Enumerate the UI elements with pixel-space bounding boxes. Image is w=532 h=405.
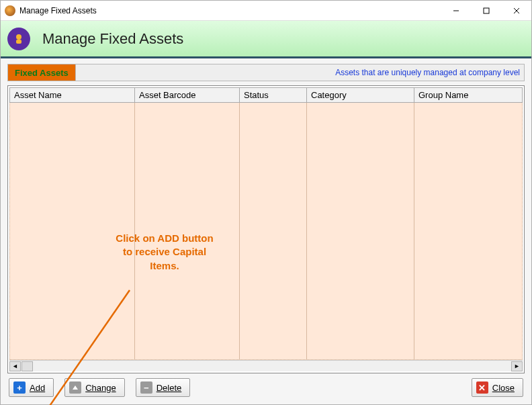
scroll-left-button[interactable]: ◄ xyxy=(9,361,21,371)
plus-icon: + xyxy=(13,381,26,394)
app-logo xyxy=(7,28,30,50)
app-icon xyxy=(5,5,15,16)
svg-rect-5 xyxy=(16,40,21,44)
grid-col xyxy=(240,103,307,359)
tab-hint: Assets that are uniquely managed at comp… xyxy=(331,64,524,81)
minimize-icon xyxy=(453,7,459,14)
minimize-button[interactable] xyxy=(441,1,471,20)
grid-col xyxy=(135,103,240,359)
window: Manage Fixed Assets Manage Fixed Assets … xyxy=(0,0,532,405)
scroll-thumb[interactable] xyxy=(21,361,33,371)
button-row: + Add Change − Delete ✕ Close xyxy=(7,373,525,404)
close-window-button[interactable] xyxy=(501,1,531,20)
grid-col xyxy=(10,103,135,359)
window-title: Manage Fixed Assets xyxy=(19,6,97,15)
tab-bar: Fixed Assets Assets that are uniquely ma… xyxy=(7,64,525,81)
titlebar: Manage Fixed Assets xyxy=(1,1,531,21)
grid-header: Asset Name Asset Barcode Status Category… xyxy=(9,87,523,103)
page-title: Manage Fixed Assets xyxy=(42,30,183,48)
change-button[interactable]: Change xyxy=(64,378,125,397)
scroll-right-button[interactable]: ► xyxy=(511,361,523,371)
grid-col xyxy=(414,103,522,359)
delete-button[interactable]: − Delete xyxy=(136,378,191,397)
delete-button-label: Delete xyxy=(157,383,182,393)
svg-marker-6 xyxy=(73,386,78,390)
close-button-label: Close xyxy=(492,383,515,393)
close-button[interactable]: ✕ Close xyxy=(472,378,523,397)
col-group-name[interactable]: Group Name xyxy=(414,88,523,103)
add-button-label: Add xyxy=(30,383,45,393)
grid-body[interactable] xyxy=(9,103,523,360)
add-button[interactable]: + Add xyxy=(9,378,54,397)
col-asset-barcode[interactable]: Asset Barcode xyxy=(135,88,240,103)
col-category[interactable]: Category xyxy=(307,88,414,103)
grid-header-row: Asset Name Asset Barcode Status Category… xyxy=(10,88,523,103)
change-button-label: Change xyxy=(85,383,116,393)
content-area: Fixed Assets Assets that are uniquely ma… xyxy=(1,58,531,404)
asset-grid: Asset Name Asset Barcode Status Category… xyxy=(7,85,525,373)
grid-col xyxy=(307,103,414,359)
svg-rect-1 xyxy=(484,8,489,13)
svg-point-4 xyxy=(16,34,21,40)
change-icon xyxy=(69,381,81,394)
tab-label: Fixed Assets xyxy=(15,68,69,78)
horizontal-scrollbar[interactable]: ◄ ► xyxy=(9,360,523,371)
minus-icon: − xyxy=(140,381,152,394)
col-status[interactable]: Status xyxy=(240,88,307,103)
logo-icon xyxy=(12,32,26,46)
col-asset-name[interactable]: Asset Name xyxy=(10,88,135,103)
maximize-icon xyxy=(483,7,490,14)
header-banner: Manage Fixed Assets xyxy=(1,21,531,58)
close-icon xyxy=(513,7,520,14)
maximize-button[interactable] xyxy=(471,1,501,20)
tab-fixed-assets[interactable]: Fixed Assets xyxy=(8,64,76,81)
close-x-icon: ✕ xyxy=(476,381,488,394)
